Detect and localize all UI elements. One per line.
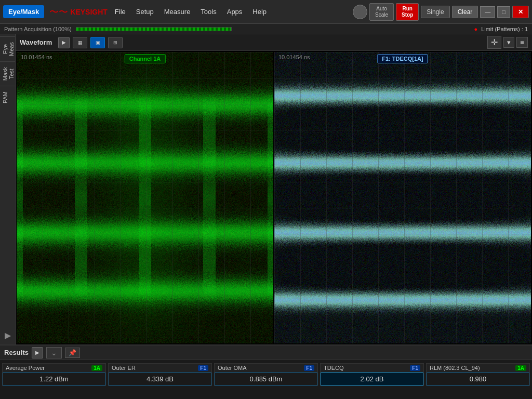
red-dot-icon: ● <box>474 26 477 32</box>
auto-scale-button[interactable]: AutoScale <box>369 3 394 21</box>
eye-diagram-right: 10.01454 ns F1: TDECQ[1A] <box>274 52 531 343</box>
metric-badge-average-power: 1A <box>91 365 102 371</box>
metric-value-tdecq: 2.02 dB <box>321 373 423 385</box>
metric-label-outer-er: Outer ER <box>112 365 136 371</box>
menu-tools[interactable]: Tools <box>198 7 218 17</box>
metric-label-rlm: RLM (802.3 CL_94) <box>430 365 480 371</box>
view-single-button[interactable]: ▦ <box>73 37 87 48</box>
clear-button[interactable]: Clear <box>452 6 478 18</box>
chevron-button[interactable]: ▾ <box>503 37 514 48</box>
metric-label-tdecq: TDECQ <box>324 365 344 371</box>
results-pin-button[interactable]: 📌 <box>65 348 80 358</box>
progress-bar <box>76 27 232 31</box>
single-button[interactable]: Single <box>421 6 449 18</box>
keysight-logo: 〜〜 KEYSIGHT <box>49 6 108 18</box>
metric-badge-rlm: 1A <box>515 365 526 371</box>
metric-tdecq: TDECQ F1 2.02 dB <box>320 363 424 386</box>
metric-value-outer-er: 4.339 dB <box>109 373 211 385</box>
sidebar-expand-arrow[interactable]: ▶ <box>5 330 11 340</box>
menu-help[interactable]: Help <box>250 7 269 17</box>
sidebar-tab-pam[interactable]: PAM <box>0 86 15 109</box>
channel-badge-left: Channel 1A <box>125 54 166 63</box>
waveform-controls-right: ✛ ▾ ≡ <box>487 36 528 49</box>
menu-setup[interactable]: Setup <box>134 7 156 17</box>
results-section: Results ▶ ⌄ 📌 Average Power 1A 1.22 dBm … <box>0 344 532 399</box>
sidebar-tab-eye-meas[interactable]: EyeMeas <box>0 36 15 61</box>
metric-label-outer-oma: Outer OMA <box>218 365 247 371</box>
metric-badge-outer-er: F1 <box>198 365 208 371</box>
metric-outer-oma: Outer OMA F1 0.885 dBm <box>214 363 318 386</box>
eye-mask-button[interactable]: Eye/Mask <box>3 5 44 18</box>
metric-header-outer-er: Outer ER F1 <box>109 364 211 373</box>
view-dual-button[interactable]: ▣ <box>90 37 105 48</box>
waveform-title: Waveform <box>20 38 52 46</box>
maximize-button[interactable]: □ <box>497 6 510 18</box>
waveform-play-button[interactable]: ▶ <box>58 37 70 48</box>
circle-indicator <box>353 5 367 19</box>
menu-dots-button[interactable]: ≡ <box>516 37 528 48</box>
acquisition-text: Pattern Acquisition (100%) <box>4 26 72 32</box>
metric-label-average-power: Average Power <box>6 365 45 371</box>
waveform-section: Waveform ▶ ▦ ▣ ⊞ ✛ ▾ ≡ 10.01454 ns Chann… <box>16 34 532 344</box>
sidebar-tab-mask-test[interactable]: MaskTest <box>0 61 15 86</box>
results-header: Results ▶ ⌄ 📌 <box>0 345 532 360</box>
waveform-header: Waveform ▶ ▦ ▣ ⊞ ✛ ▾ ≡ <box>16 34 532 51</box>
metric-header-tdecq: TDECQ F1 <box>321 364 423 373</box>
eye-label-left: 10.01454 ns <box>21 54 52 60</box>
metric-header-rlm: RLM (802.3 CL_94) 1A <box>427 364 529 373</box>
keysight-logo-waves: 〜〜 <box>49 6 68 18</box>
metric-outer-er: Outer ER F1 4.339 dB <box>108 363 212 386</box>
metric-header-average-power: Average Power 1A <box>3 364 105 373</box>
main-container: EyeMeas MaskTest PAM ▶ Waveform ▶ ▦ ▣ ⊞ … <box>0 34 532 344</box>
eye-label-right: 10.01454 ns <box>278 54 310 60</box>
eye-diagram-left: 10.01454 ns Channel 1A <box>17 52 273 343</box>
metric-value-rlm: 0.980 <box>427 373 529 385</box>
menu-file[interactable]: File <box>113 7 128 17</box>
eye-canvas-right <box>274 52 531 343</box>
menu-bar: File Setup Measure Tools Apps Help <box>113 7 351 17</box>
metric-badge-outer-oma: F1 <box>304 365 314 371</box>
metric-badge-tdecq: F1 <box>410 365 420 371</box>
results-collapse-button[interactable]: ⌄ <box>46 347 62 358</box>
crosshair-button[interactable]: ✛ <box>487 36 501 49</box>
eye-diagrams: 10.01454 ns Channel 1A 10.01454 ns F1: T… <box>16 51 532 344</box>
eye-canvas-left <box>17 52 273 343</box>
title-bar: Eye/Mask 〜〜 KEYSIGHT File Setup Measure … <box>0 0 532 24</box>
status-bar: Pattern Acquisition (100%) ● Limit (Patt… <box>0 24 532 34</box>
metric-value-outer-oma: 0.885 dBm <box>215 373 317 385</box>
metric-average-power: Average Power 1A 1.22 dBm <box>2 363 106 386</box>
keysight-logo-text: KEYSIGHT <box>70 8 108 16</box>
title-controls: AutoScale RunStop Single Clear — □ ✕ <box>353 3 529 21</box>
results-metrics: Average Power 1A 1.22 dBm Outer ER F1 4.… <box>0 360 532 389</box>
view-quad-button[interactable]: ⊞ <box>108 37 123 48</box>
channel-badge-right: F1: TDECQ[1A] <box>377 54 428 63</box>
metric-rlm: RLM (802.3 CL_94) 1A 0.980 <box>426 363 530 386</box>
minimize-button[interactable]: — <box>480 6 495 18</box>
left-sidebar: EyeMeas MaskTest PAM ▶ <box>0 34 16 344</box>
limit-text: ● Limit (Patterns) : 1 <box>474 26 528 32</box>
close-button[interactable]: ✕ <box>512 6 529 18</box>
progress-section: Pattern Acquisition (100%) <box>4 26 474 32</box>
results-play-button[interactable]: ▶ <box>32 347 43 358</box>
run-stop-button[interactable]: RunStop <box>396 3 419 21</box>
metric-value-average-power: 1.22 dBm <box>3 373 105 385</box>
menu-measure[interactable]: Measure <box>162 7 193 17</box>
menu-apps[interactable]: Apps <box>225 7 245 17</box>
metric-header-outer-oma: Outer OMA F1 <box>215 364 317 373</box>
results-title: Results <box>4 349 29 356</box>
